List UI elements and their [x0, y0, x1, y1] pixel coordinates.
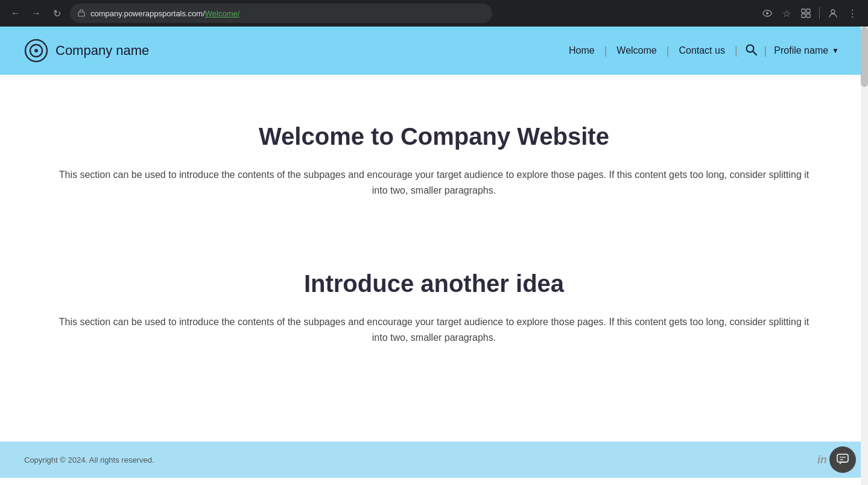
section-1-title: Welcome to Company Website	[42, 123, 826, 150]
back-button[interactable]: ←	[7, 5, 24, 22]
security-icon	[77, 8, 86, 19]
more-options-icon[interactable]: ⋮	[844, 5, 861, 22]
url-text: company.powerappsportals.com/Welcome/	[90, 9, 485, 18]
forward-button[interactable]: →	[28, 5, 45, 22]
profile-name-label: Profile name	[774, 45, 828, 56]
svg-rect-13	[837, 454, 848, 462]
svg-rect-3	[802, 9, 805, 13]
svg-line-12	[753, 51, 756, 55]
browser-nav-buttons: ← → ↻	[7, 5, 65, 22]
logo-icon	[24, 39, 48, 63]
extensions-icon[interactable]	[797, 5, 814, 22]
nav-profile[interactable]: Profile name ▼	[767, 45, 844, 56]
url-path: Welcome/	[205, 9, 240, 18]
main-content: Welcome to Company Website This section …	[0, 75, 868, 442]
browser-actions: ☆ ⋮	[759, 5, 861, 22]
chevron-down-icon: ▼	[832, 46, 839, 55]
svg-rect-4	[806, 9, 810, 13]
scrollbar[interactable]	[861, 27, 868, 485]
section-1-body: This section can be used to introduce th…	[54, 167, 814, 198]
browser-chrome: ← → ↻ company.powerappsportals.com/Welco…	[0, 0, 868, 27]
svg-rect-5	[802, 14, 805, 17]
linkedin-icon[interactable]: in	[817, 454, 827, 466]
svg-point-10	[34, 49, 38, 52]
section-2-title: Introduce another idea	[42, 270, 826, 297]
profile-icon[interactable]	[825, 5, 841, 22]
section-2-body: This section can be used to introduce th…	[54, 314, 814, 345]
svg-rect-0	[78, 12, 84, 16]
site-footer: Copyright © 2024. All rights reserved. i…	[0, 442, 868, 478]
chat-bubble[interactable]	[829, 446, 856, 473]
nav-welcome[interactable]: Welcome	[607, 45, 666, 56]
site-nav: Home | Welcome | Contact us | | Profile …	[559, 43, 844, 59]
company-name: Company name	[55, 43, 149, 59]
search-icon[interactable]	[738, 43, 764, 59]
bookmark-icon[interactable]: ☆	[778, 5, 795, 22]
svg-rect-6	[806, 14, 810, 17]
site-logo: Company name	[24, 39, 149, 63]
footer-copyright: Copyright © 2024. All rights reserved.	[24, 455, 154, 464]
chrome-divider	[819, 7, 820, 19]
address-bar[interactable]: company.powerappsportals.com/Welcome/	[70, 4, 492, 23]
section-1: Welcome to Company Website This section …	[42, 111, 826, 210]
scrollbar-thumb[interactable]	[861, 27, 868, 87]
password-manager-icon[interactable]	[759, 5, 776, 22]
nav-contact[interactable]: Contact us	[669, 45, 734, 56]
reload-button[interactable]: ↻	[48, 5, 65, 22]
svg-point-2	[766, 12, 768, 14]
nav-home[interactable]: Home	[559, 45, 604, 56]
site-header: Company name Home | Welcome | Contact us…	[0, 27, 868, 75]
svg-point-7	[831, 10, 835, 13]
section-2: Introduce another idea This section can …	[42, 258, 826, 357]
